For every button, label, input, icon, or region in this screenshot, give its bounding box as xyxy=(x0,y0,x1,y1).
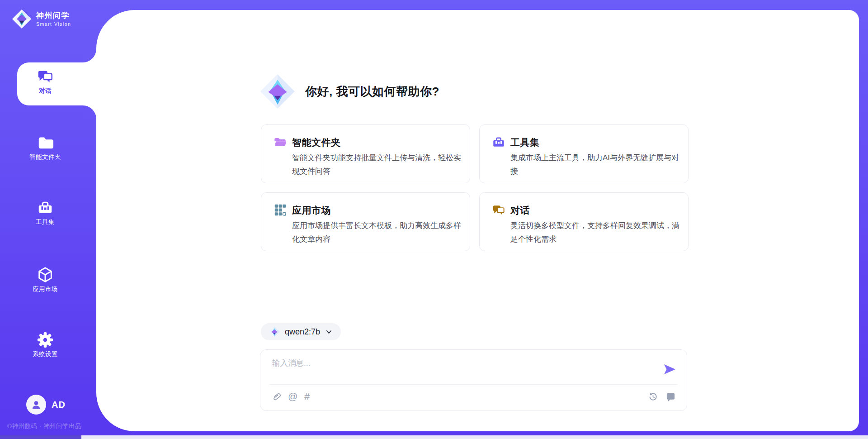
history-icon xyxy=(648,391,658,402)
folder-open-icon xyxy=(274,135,287,149)
avatar xyxy=(26,395,46,415)
brand-name: 神州问学 xyxy=(36,11,71,20)
message-input[interactable] xyxy=(271,357,648,383)
chat-bubbles-icon xyxy=(492,203,505,217)
card-chat[interactable]: 对话 灵活切换多模型文件，支持多样回复效果调试，满足个性化需求 xyxy=(479,192,689,251)
sidebar-item-chat[interactable]: 对话 xyxy=(16,68,75,95)
sidebar-item-app-market[interactable]: 应用市场 xyxy=(16,266,75,293)
topic-button[interactable]: # xyxy=(304,391,310,402)
sidebar-item-label: 对话 xyxy=(16,87,75,95)
brand-gem-icon xyxy=(12,9,32,29)
at-icon: @ xyxy=(288,391,297,402)
composer-divider xyxy=(269,384,678,385)
horizontal-scrollbar[interactable] xyxy=(0,435,868,439)
model-selector[interactable]: qwen2:7b xyxy=(261,323,341,340)
feedback-button[interactable] xyxy=(665,391,676,402)
card-smart-folder[interactable]: 智能文件夹 智能文件夹功能支持批量文件上传与清洗，轻松实现文件问答 xyxy=(261,124,470,183)
sidebar-item-label: 智能文件夹 xyxy=(16,153,75,161)
sidebar-item-label: 工具集 xyxy=(16,218,75,226)
app-grid-icon xyxy=(274,203,287,217)
comment-icon xyxy=(665,391,676,402)
hash-icon: # xyxy=(304,391,310,402)
sidebar-item-label: 应用市场 xyxy=(16,285,75,293)
user-initials: AD xyxy=(52,400,66,410)
model-gem-icon xyxy=(269,326,280,337)
tab-flare-bottom xyxy=(83,105,96,119)
sidebar-item-toolbox[interactable]: 工具集 xyxy=(16,199,75,226)
model-name: qwen2:7b xyxy=(285,327,320,337)
message-composer: @ # xyxy=(260,349,687,411)
card-title: 应用市场 xyxy=(292,204,331,217)
folder-icon xyxy=(37,134,54,151)
sidebar-item-settings[interactable]: 系统设置 xyxy=(16,331,75,358)
greeting-gem-icon xyxy=(260,74,295,109)
toolbox-icon xyxy=(37,199,54,216)
sidebar-footer: ©神州数码 · 神州问学出品 xyxy=(7,422,107,430)
tab-flare-top xyxy=(83,49,96,62)
card-description: 灵活切换多模型文件，支持多样回复效果调试，满足个性化需求 xyxy=(510,219,681,246)
greeting-text: 你好, 我可以如何帮助你? xyxy=(305,84,439,100)
history-button[interactable] xyxy=(648,391,658,402)
cube-icon xyxy=(37,266,54,283)
card-description: 集成市场上主流工具，助力AI与外界无缝扩展与对接 xyxy=(510,151,681,178)
card-toolbox[interactable]: 工具集 集成市场上主流工具，助力AI与外界无缝扩展与对接 xyxy=(479,124,689,183)
card-title: 对话 xyxy=(510,204,530,217)
greeting: 你好, 我可以如何帮助你? xyxy=(260,72,439,110)
attach-file-button[interactable] xyxy=(271,391,281,402)
sidebar-item-smart-folder[interactable]: 智能文件夹 xyxy=(16,134,75,161)
card-description: 智能文件夹功能支持批量文件上传与清洗，轻松实现文件问答 xyxy=(292,151,463,178)
chat-bubbles-icon xyxy=(37,68,54,85)
person-icon xyxy=(30,399,42,410)
card-app-market[interactable]: 应用市场 应用市场提供丰富长文本模板，助力高效生成多样化文章内容 xyxy=(261,192,470,251)
briefcase-icon xyxy=(492,135,505,149)
gear-icon xyxy=(37,331,54,348)
card-title: 智能文件夹 xyxy=(292,136,341,149)
user-account[interactable]: AD xyxy=(26,395,66,415)
paperclip-icon xyxy=(271,391,281,402)
send-button[interactable] xyxy=(662,362,677,377)
brand-subtitle: Smart Vision xyxy=(36,21,71,27)
card-description: 应用市场提供丰富长文本模板，助力高效生成多样化文章内容 xyxy=(292,219,463,246)
chevron-down-icon xyxy=(325,328,333,336)
brand-logo: 神州问学 Smart Vision xyxy=(12,9,71,29)
send-icon xyxy=(662,362,677,377)
mention-button[interactable]: @ xyxy=(288,391,297,402)
sidebar-item-label: 系统设置 xyxy=(16,350,75,358)
card-title: 工具集 xyxy=(510,136,540,149)
app-window: 神州问学 Smart Vision 对话 智能文件夹 工具集 xyxy=(0,0,868,439)
